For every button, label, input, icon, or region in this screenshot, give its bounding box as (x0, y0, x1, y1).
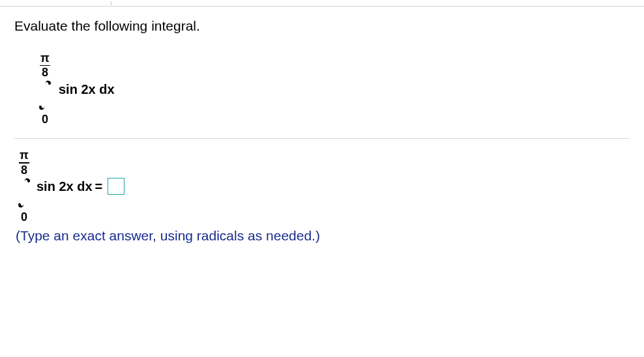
content-area: Evaluate the following integral. π 8 0 s… (0, 7, 644, 244)
lower-limit: 0 (42, 113, 48, 126)
section-divider (14, 138, 630, 139)
answer-integrand: sin 2x dx (37, 179, 93, 194)
upper-limit-fraction: π 8 (39, 52, 51, 79)
answer-upper-numerator: π (18, 149, 30, 162)
integral-display: π 8 0 sin 2x dx (37, 52, 630, 126)
answer-upper-denominator: 8 (20, 164, 29, 177)
integral-sign-icon (37, 79, 53, 111)
top-divider (0, 0, 644, 7)
integrand: sin 2x dx (59, 82, 115, 97)
upper-limit-denominator: 8 (40, 66, 50, 79)
question-prompt: Evaluate the following integral. (14, 18, 630, 34)
upper-limit-numerator: π (39, 52, 51, 64)
answer-integral-sign-icon (16, 177, 33, 209)
answer-row: π 8 0 sin 2x dx = (16, 149, 630, 223)
equals-sign: = (95, 179, 103, 194)
answer-input[interactable] (108, 178, 124, 195)
answer-upper-limit-fraction: π 8 (18, 149, 30, 176)
answer-integral-block: π 8 0 (16, 149, 33, 223)
answer-lower-limit: 0 (21, 210, 27, 224)
hint-text: (Type an exact answer, using radicals as… (16, 228, 630, 244)
integral-symbol-block: π 8 0 (37, 52, 53, 126)
